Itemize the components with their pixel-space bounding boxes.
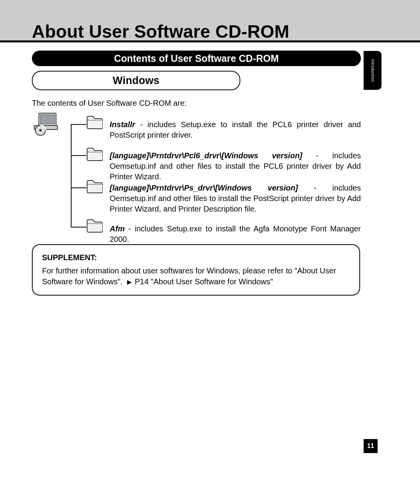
side-tab-label: Introduction	[371, 59, 375, 82]
tree-hline	[71, 187, 86, 188]
tree-item-title: Afm	[110, 224, 125, 233]
svg-point-4	[39, 129, 42, 131]
page-number: 11	[367, 443, 374, 450]
tree-item-desc: [language]\Prntdrvr\Pcl6_drvr\[Windows v…	[110, 150, 361, 182]
tree: Installr - includes Setup.exe to install…	[32, 112, 361, 240]
tree-item-desc: [language]\Prntdrvr\Ps_drvr\[Windows ver…	[110, 183, 361, 214]
tree-item-title: [language]\Prntdrvr\Ps_drvr\[Windows ver…	[110, 184, 298, 192]
cd-icon	[32, 112, 60, 136]
tree-item-rest: - includes Setup.exe to install the PCL6…	[110, 120, 361, 139]
section-side-tab: Introduction	[364, 51, 382, 90]
tree-vline	[71, 124, 72, 227]
supplement-body: For further information about user softw…	[42, 265, 350, 287]
svg-rect-1	[40, 115, 54, 124]
tree-item-title: Installr	[110, 120, 135, 129]
tree-hline	[71, 124, 86, 125]
content-column: Contents of User Software CD-ROM Windows…	[32, 51, 361, 240]
tree-hline	[71, 155, 86, 156]
supplement-link: P14 "About User Software for Windows"	[135, 277, 273, 286]
subsection-heading: Windows	[113, 75, 159, 87]
section-heading: Contents of User Software CD-ROM	[114, 53, 279, 64]
tree-item-desc: Installr - includes Setup.exe to install…	[110, 119, 361, 140]
intro-text: The contents of User Software CD-ROM are…	[32, 99, 361, 108]
folder-icon	[86, 179, 103, 194]
tree-item-rest: - includes Setup.exe to install the Agfa…	[110, 224, 361, 243]
page-title: About User Software CD-ROM	[32, 21, 289, 42]
supplement-box: SUPPLEMENT: For further information abou…	[32, 244, 360, 296]
tree-hline	[71, 227, 86, 228]
supplement-label: SUPPLEMENT:	[42, 252, 350, 263]
subsection-pill: Windows	[32, 71, 240, 90]
section-heading-bar: Contents of User Software CD-ROM	[32, 51, 361, 66]
tree-item-desc: Afm - includes Setup.exe to install the …	[110, 224, 361, 245]
arrow-icon: ►	[126, 276, 133, 287]
folder-icon	[86, 115, 103, 130]
folder-icon	[86, 218, 103, 234]
folder-icon	[86, 147, 103, 162]
page-number-badge: 11	[364, 439, 378, 453]
tree-item-title: [language]\Prntdrvr\Pcl6_drvr\[Windows v…	[110, 151, 302, 160]
